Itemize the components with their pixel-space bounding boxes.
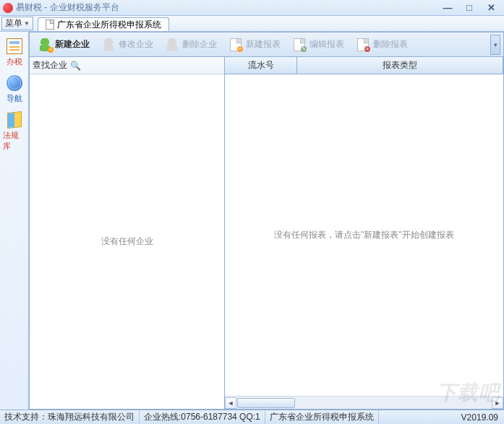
horizontal-scrollbar[interactable]: ◄ ► bbox=[225, 396, 503, 409]
document-add-icon: + bbox=[228, 38, 243, 52]
button-label: 新建报表 bbox=[246, 38, 281, 51]
globe-icon bbox=[6, 74, 23, 92]
company-tree-pane: 查找企业 🔍 没有任何企业 bbox=[30, 57, 225, 409]
menu-bar: 菜单 ▼ 广东省企业所得税申报系统 bbox=[0, 16, 504, 32]
new-company-button[interactable]: + 新建企业 bbox=[33, 35, 95, 55]
new-report-button[interactable]: + 新建报表 bbox=[223, 35, 286, 55]
content-area: 办税 导航 法规库 + 新建企业 修改企业 删除企业 bbox=[0, 32, 504, 410]
scroll-track[interactable] bbox=[236, 397, 492, 409]
document-icon bbox=[46, 20, 54, 30]
scroll-left-button[interactable]: ◄ bbox=[225, 397, 236, 409]
button-label: 删除企业 bbox=[182, 38, 217, 51]
app-icon bbox=[3, 3, 13, 13]
close-button[interactable]: ✕ bbox=[481, 2, 501, 14]
button-label: 新建企业 bbox=[55, 38, 90, 51]
maximize-button[interactable]: □ bbox=[459, 2, 479, 14]
delete-report-button[interactable]: × 删除报表 bbox=[351, 35, 413, 55]
table-header: 流水号 报表类型 bbox=[225, 57, 503, 74]
window-title: 易财税 - 企业财税服务平台 bbox=[16, 1, 437, 14]
status-bar: 技术支持：珠海翔远科技有限公司 企业热线:0756-6187734 QQ:1 广… bbox=[0, 410, 504, 424]
status-context: 广东省企业所得税申报系统 bbox=[265, 410, 379, 424]
search-label: 查找企业 bbox=[33, 59, 67, 72]
empty-report-message: 没有任何报表，请点击"新建报表"开始创建报表 bbox=[225, 74, 503, 396]
report-icon bbox=[6, 38, 23, 55]
person-delete-icon bbox=[165, 38, 179, 52]
work-area: + 新建企业 修改企业 删除企业 + 新建报表 ✎ 编辑报表 × 删除报表 bbox=[29, 32, 504, 410]
split-pane: 查找企业 🔍 没有任何企业 流水号 报表类型 没有任何报表，请点击"新建报表"开… bbox=[30, 57, 503, 409]
person-add-icon: + bbox=[38, 38, 52, 52]
menu-label: 菜单 bbox=[5, 17, 22, 30]
column-header-type[interactable]: 报表类型 bbox=[297, 57, 503, 74]
person-edit-icon bbox=[101, 38, 116, 52]
button-label: 编辑报表 bbox=[309, 38, 344, 51]
left-sidebar: 办税 导航 法规库 bbox=[0, 32, 29, 410]
status-version: V2019.09 bbox=[456, 412, 504, 423]
minimize-button[interactable]: ― bbox=[437, 2, 458, 14]
menu-button[interactable]: 菜单 ▼ bbox=[1, 17, 33, 30]
search-icon: 🔍 bbox=[70, 61, 81, 71]
tab-label: 广东省企业所得税申报系统 bbox=[57, 19, 161, 31]
toolbar-expand-button[interactable]: ▾ bbox=[490, 35, 500, 55]
delete-company-button[interactable]: 删除企业 bbox=[160, 35, 222, 55]
status-contact: 企业热线:0756-6187734 QQ:1 bbox=[140, 410, 265, 424]
title-bar: 易财税 - 企业财税服务平台 ― □ ✕ bbox=[0, 0, 504, 16]
status-support: 技术支持：珠海翔远科技有限公司 bbox=[0, 410, 140, 424]
tab-active[interactable]: 广东省企业所得税申报系统 bbox=[38, 17, 169, 31]
sidebar-item-nav[interactable]: 导航 bbox=[2, 72, 27, 107]
document-edit-icon: ✎ bbox=[292, 38, 307, 52]
document-delete-icon: × bbox=[356, 38, 370, 52]
sidebar-item-tax[interactable]: 办税 bbox=[2, 35, 27, 70]
toolbar: + 新建企业 修改企业 删除企业 + 新建报表 ✎ 编辑报表 × 删除报表 bbox=[30, 33, 503, 57]
window-controls: ― □ ✕ bbox=[437, 2, 501, 14]
button-label: 删除报表 bbox=[373, 38, 408, 51]
sidebar-item-law[interactable]: 法规库 bbox=[2, 108, 27, 155]
scroll-right-button[interactable]: ► bbox=[492, 397, 503, 409]
search-input[interactable] bbox=[84, 61, 221, 71]
sidebar-item-label: 办税 bbox=[7, 56, 22, 67]
edit-company-button[interactable]: 修改企业 bbox=[96, 35, 158, 55]
column-header-serial[interactable]: 流水号 bbox=[225, 57, 297, 74]
report-pane: 流水号 报表类型 没有任何报表，请点击"新建报表"开始创建报表 ◄ ► bbox=[225, 57, 503, 409]
button-label: 修改企业 bbox=[119, 38, 153, 51]
empty-company-message: 没有任何企业 bbox=[30, 74, 224, 409]
scroll-thumb[interactable] bbox=[237, 398, 295, 408]
sidebar-item-label: 导航 bbox=[7, 93, 22, 104]
search-row: 查找企业 🔍 bbox=[30, 57, 224, 74]
book-icon bbox=[6, 111, 23, 129]
edit-report-button[interactable]: ✎ 编辑报表 bbox=[287, 35, 349, 55]
sidebar-item-label: 法规库 bbox=[3, 130, 26, 152]
chevron-down-icon: ▼ bbox=[24, 20, 30, 27]
